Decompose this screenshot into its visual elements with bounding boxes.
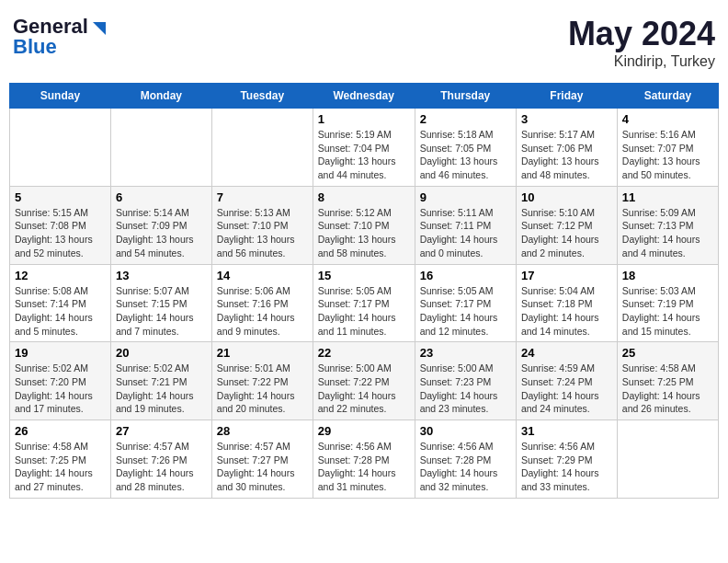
day-info: Sunrise: 4:57 AM Sunset: 7:27 PM Dayligh…	[217, 440, 308, 494]
svg-marker-0	[93, 22, 106, 35]
day-info: Sunrise: 5:14 AM Sunset: 7:09 PM Dayligh…	[116, 206, 207, 260]
calendar-cell: 7Sunrise: 5:13 AM Sunset: 7:10 PM Daylig…	[211, 186, 313, 264]
day-info: Sunrise: 5:12 AM Sunset: 7:10 PM Dayligh…	[318, 206, 410, 260]
calendar-cell	[10, 109, 111, 187]
day-number: 5	[15, 190, 106, 204]
calendar-cell: 5Sunrise: 5:15 AM Sunset: 7:08 PM Daylig…	[10, 186, 111, 264]
day-number: 8	[318, 190, 410, 204]
calendar-cell: 26Sunrise: 4:58 AM Sunset: 7:25 PM Dayli…	[10, 420, 111, 499]
calendar-cell: 11Sunrise: 5:09 AM Sunset: 7:13 PM Dayli…	[617, 186, 718, 264]
day-info: Sunrise: 5:03 AM Sunset: 7:19 PM Dayligh…	[622, 284, 713, 339]
day-info: Sunrise: 4:56 AM Sunset: 7:28 PM Dayligh…	[318, 440, 410, 494]
logo: General Blue	[13, 15, 106, 59]
day-info: Sunrise: 5:05 AM Sunset: 7:17 PM Dayligh…	[318, 284, 410, 339]
calendar-cell: 29Sunrise: 4:56 AM Sunset: 7:28 PM Dayli…	[313, 420, 415, 499]
calendar-week-row: 12Sunrise: 5:08 AM Sunset: 7:14 PM Dayli…	[10, 264, 719, 342]
calendar-week-row: 19Sunrise: 5:02 AM Sunset: 7:20 PM Dayli…	[10, 342, 719, 420]
calendar-cell: 23Sunrise: 5:00 AM Sunset: 7:23 PM Dayli…	[415, 342, 516, 420]
day-number: 11	[622, 190, 713, 204]
day-number: 2	[420, 112, 511, 126]
day-number: 30	[420, 424, 511, 438]
day-number: 26	[15, 424, 106, 438]
day-info: Sunrise: 4:57 AM Sunset: 7:26 PM Dayligh…	[116, 440, 207, 494]
calendar-day-header: Saturday	[617, 84, 718, 109]
day-number: 6	[116, 190, 207, 204]
day-info: Sunrise: 5:01 AM Sunset: 7:22 PM Dayligh…	[217, 362, 308, 416]
day-number: 17	[521, 269, 612, 282]
day-info: Sunrise: 4:58 AM Sunset: 7:25 PM Dayligh…	[622, 362, 713, 416]
calendar-cell: 12Sunrise: 5:08 AM Sunset: 7:14 PM Dayli…	[10, 264, 111, 342]
day-info: Sunrise: 4:56 AM Sunset: 7:29 PM Dayligh…	[521, 440, 612, 494]
calendar-cell: 20Sunrise: 5:02 AM Sunset: 7:21 PM Dayli…	[110, 342, 211, 420]
day-number: 22	[318, 346, 410, 360]
calendar-cell: 25Sunrise: 4:58 AM Sunset: 7:25 PM Dayli…	[617, 342, 718, 420]
day-number: 29	[318, 424, 410, 438]
calendar-day-header: Tuesday	[211, 84, 313, 109]
calendar-cell: 28Sunrise: 4:57 AM Sunset: 7:27 PM Dayli…	[211, 420, 313, 499]
calendar-cell: 16Sunrise: 5:05 AM Sunset: 7:17 PM Dayli…	[415, 264, 516, 342]
day-number: 10	[521, 190, 612, 204]
calendar-day-header: Monday	[110, 84, 211, 109]
calendar-day-header: Wednesday	[313, 84, 415, 109]
calendar-cell: 14Sunrise: 5:06 AM Sunset: 7:16 PM Dayli…	[211, 264, 313, 342]
day-number: 4	[622, 112, 713, 126]
day-number: 14	[217, 269, 308, 282]
logo-blue: Blue	[13, 35, 57, 59]
calendar-cell: 3Sunrise: 5:17 AM Sunset: 7:06 PM Daylig…	[516, 109, 617, 187]
calendar-week-row: 1Sunrise: 5:19 AM Sunset: 7:04 PM Daylig…	[10, 109, 719, 187]
calendar-day-header: Thursday	[415, 84, 516, 109]
day-info: Sunrise: 5:02 AM Sunset: 7:21 PM Dayligh…	[116, 362, 207, 416]
calendar-title: May 2024	[568, 15, 715, 53]
day-info: Sunrise: 5:19 AM Sunset: 7:04 PM Dayligh…	[318, 128, 410, 182]
calendar-table: SundayMondayTuesdayWednesdayThursdayFrid…	[9, 83, 719, 499]
day-number: 15	[318, 269, 410, 282]
day-info: Sunrise: 4:58 AM Sunset: 7:25 PM Dayligh…	[15, 440, 106, 494]
calendar-cell: 31Sunrise: 4:56 AM Sunset: 7:29 PM Dayli…	[516, 420, 617, 499]
calendar-cell: 8Sunrise: 5:12 AM Sunset: 7:10 PM Daylig…	[313, 186, 415, 264]
calendar-cell: 1Sunrise: 5:19 AM Sunset: 7:04 PM Daylig…	[313, 109, 415, 187]
day-number: 20	[116, 346, 207, 360]
day-number: 1	[318, 112, 410, 126]
calendar-cell: 9Sunrise: 5:11 AM Sunset: 7:11 PM Daylig…	[415, 186, 516, 264]
day-info: Sunrise: 5:10 AM Sunset: 7:12 PM Dayligh…	[521, 206, 612, 260]
day-info: Sunrise: 5:13 AM Sunset: 7:10 PM Dayligh…	[217, 206, 308, 260]
calendar-header-row: SundayMondayTuesdayWednesdayThursdayFrid…	[10, 84, 719, 109]
calendar-cell: 17Sunrise: 5:04 AM Sunset: 7:18 PM Dayli…	[516, 264, 617, 342]
day-info: Sunrise: 5:16 AM Sunset: 7:07 PM Dayligh…	[622, 128, 713, 182]
calendar-cell: 21Sunrise: 5:01 AM Sunset: 7:22 PM Dayli…	[211, 342, 313, 420]
day-number: 16	[420, 269, 511, 282]
day-number: 3	[521, 112, 612, 126]
calendar-cell: 22Sunrise: 5:00 AM Sunset: 7:22 PM Dayli…	[313, 342, 415, 420]
day-number: 28	[217, 424, 308, 438]
calendar-cell: 27Sunrise: 4:57 AM Sunset: 7:26 PM Dayli…	[110, 420, 211, 499]
day-info: Sunrise: 5:11 AM Sunset: 7:11 PM Dayligh…	[420, 206, 511, 260]
day-info: Sunrise: 5:17 AM Sunset: 7:06 PM Dayligh…	[521, 128, 612, 182]
calendar-location: Kindirip, Turkey	[568, 53, 715, 70]
day-number: 24	[521, 346, 612, 360]
day-number: 27	[116, 424, 207, 438]
calendar-cell: 15Sunrise: 5:05 AM Sunset: 7:17 PM Dayli…	[313, 264, 415, 342]
day-info: Sunrise: 4:56 AM Sunset: 7:28 PM Dayligh…	[420, 440, 511, 494]
day-number: 31	[521, 424, 612, 438]
calendar-cell: 24Sunrise: 4:59 AM Sunset: 7:24 PM Dayli…	[516, 342, 617, 420]
day-number: 13	[116, 269, 207, 282]
calendar-week-row: 26Sunrise: 4:58 AM Sunset: 7:25 PM Dayli…	[10, 420, 719, 499]
calendar-day-header: Friday	[516, 84, 617, 109]
calendar-cell: 2Sunrise: 5:18 AM Sunset: 7:05 PM Daylig…	[415, 109, 516, 187]
day-info: Sunrise: 5:00 AM Sunset: 7:22 PM Dayligh…	[318, 362, 410, 416]
day-info: Sunrise: 5:08 AM Sunset: 7:14 PM Dayligh…	[15, 284, 106, 339]
day-number: 12	[15, 269, 106, 282]
calendar-cell	[110, 109, 211, 187]
logo-triangle-icon	[89, 18, 106, 35]
day-info: Sunrise: 5:09 AM Sunset: 7:13 PM Dayligh…	[622, 206, 713, 260]
day-info: Sunrise: 5:05 AM Sunset: 7:17 PM Dayligh…	[420, 284, 511, 339]
day-number: 19	[15, 346, 106, 360]
calendar-cell: 18Sunrise: 5:03 AM Sunset: 7:19 PM Dayli…	[617, 264, 718, 342]
day-number: 9	[420, 190, 511, 204]
calendar-cell	[211, 109, 313, 187]
calendar-day-header: Sunday	[10, 84, 111, 109]
title-block: May 2024 Kindirip, Turkey	[568, 15, 715, 70]
calendar-cell: 4Sunrise: 5:16 AM Sunset: 7:07 PM Daylig…	[617, 109, 718, 187]
calendar-cell: 13Sunrise: 5:07 AM Sunset: 7:15 PM Dayli…	[110, 264, 211, 342]
page-header: General Blue May 2024 Kindirip, Turkey	[9, 9, 719, 75]
